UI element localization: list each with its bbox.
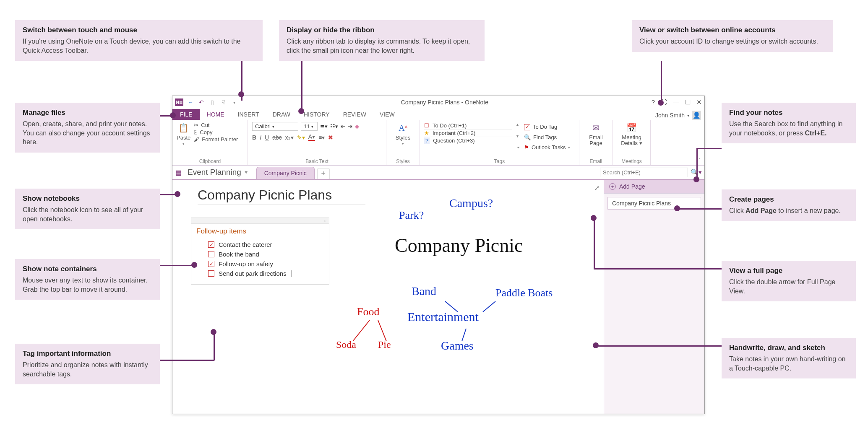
font-color-icon[interactable]: A▾ [308, 133, 315, 141]
outlook-tasks-button[interactable]: ⚑Outlook Tasks▾ [524, 143, 570, 153]
indent-icon[interactable]: ⇥ [348, 123, 352, 130]
note-container-grip[interactable]: ↔ [191, 218, 329, 224]
maximize-icon[interactable]: ☐ [685, 98, 691, 106]
bold-icon[interactable]: B [252, 134, 256, 141]
tag-gallery-item[interactable]: ?Question (Ctrl+3) [424, 137, 512, 144]
search-area: 🔍▾ [600, 166, 704, 179]
callout-ribbon-toggle: Display or hide the ribbon Click any rib… [279, 20, 485, 61]
collapse-ribbon-icon[interactable]: ˄ [694, 120, 704, 165]
bullets-icon[interactable]: ≣▾ [320, 123, 328, 130]
paste-icon: 📋 [178, 122, 190, 134]
tab-view[interactable]: VIEW [373, 109, 401, 120]
strikethrough-icon[interactable]: abc [272, 134, 282, 141]
callout-accounts: View or switch between online accounts C… [632, 20, 833, 52]
note-container[interactable]: ↔ Follow-up items ✓Contact the caterer ✓… [191, 218, 329, 285]
todo-checkbox-icon[interactable]: ✓ [208, 241, 214, 248]
item-text: Send out park directions [219, 270, 287, 277]
minimize-icon[interactable]: — [673, 98, 679, 106]
delete-icon[interactable]: ✖ [328, 134, 333, 141]
list-item[interactable]: ✓Book the band [208, 249, 324, 259]
page-list-item[interactable]: Company Picnic Plans [607, 197, 701, 210]
font-size-select[interactable]: 11▾ [301, 122, 318, 131]
text-cursor [292, 270, 292, 277]
to-do-tag-button[interactable]: ✓To Do Tag [524, 122, 570, 132]
list-item[interactable]: ✓Follow-up on safety [208, 259, 324, 269]
tab-home[interactable]: HOME [200, 109, 231, 120]
todo-checkbox-icon[interactable]: ✓ [208, 270, 214, 277]
subscript-icon[interactable]: x₂▾ [285, 134, 294, 141]
group-label: Meetings [617, 158, 646, 164]
callout-text: to insert a new page. [777, 207, 841, 214]
paste-button[interactable]: 📋 Paste ▾ [177, 122, 190, 146]
add-page-button[interactable]: + Add Page [604, 180, 704, 194]
clear-formatting-icon[interactable]: ◆ [355, 123, 359, 130]
notebook-bar: ▤ Event Planning ▼ Company Picnic + 🔍▾ [172, 166, 704, 180]
touch-mode-icon[interactable]: ☟ [219, 98, 227, 106]
align-icon[interactable]: ≡▾ [318, 134, 325, 141]
format-painter-label: Format Painter [202, 136, 238, 143]
outdent-icon[interactable]: ⇤ [341, 123, 345, 130]
page-title[interactable]: Company Picnic Plans [198, 187, 365, 205]
list-item[interactable]: ✓Send out park directions [208, 269, 324, 278]
styles-button[interactable]: Aᴬ Styles ▾ [396, 122, 410, 146]
callout-title: Switch between touch and mouse [23, 26, 255, 34]
add-section-button[interactable]: + [317, 168, 330, 179]
qat-customize-icon[interactable]: ▾ [230, 98, 238, 106]
tab-draw[interactable]: DRAW [266, 109, 297, 120]
notebook-list-icon[interactable]: ▤ [172, 166, 184, 179]
back-icon[interactable]: ← [187, 98, 194, 106]
note-canvas[interactable]: ⤢ Company Picnic Plans ↔ Follow-up items… [172, 180, 604, 414]
section-tab[interactable]: Company Picnic [256, 167, 315, 179]
copy-button[interactable]: ⎘Copy [194, 129, 238, 135]
todo-checkbox-icon[interactable]: ✓ [208, 261, 214, 267]
numbering-icon[interactable]: ☷▾ [330, 123, 338, 130]
ink-text: Paddle Boats [495, 287, 553, 299]
close-icon[interactable]: ✕ [696, 98, 702, 106]
full-page-view-icon[interactable]: ⤢ [594, 184, 600, 192]
item-text: Book the band [219, 251, 259, 258]
tag-gallery-item[interactable]: ☐To Do (Ctrl+1) [424, 122, 512, 130]
callout-body: If you're using OneNote on a Touch devic… [23, 37, 255, 55]
todo-checkbox-icon[interactable]: ✓ [208, 251, 214, 257]
callout-body: Click any ribbon tab to display its comm… [287, 37, 477, 55]
callout-note-containers: Show note containers Mouse over any text… [15, 259, 160, 300]
account-area[interactable]: John Smith ▾ 👤 [655, 111, 704, 120]
callout-title: Display or hide the ribbon [287, 26, 477, 34]
group-label: Styles [391, 158, 415, 164]
callout-body: Use the Search box to find anything in y… [729, 119, 848, 137]
tags-gallery[interactable]: ☐To Do (Ctrl+1) ★Important (Ctrl+2) ?Que… [424, 122, 512, 144]
button-label: EmailPage [589, 135, 603, 147]
undo-icon[interactable]: ↶ [198, 98, 205, 106]
callout-full-page: View a full page Click the double arrow … [722, 261, 856, 301]
ink-text: Park? [399, 209, 424, 222]
group-basic-text: Calibri▾ 11▾ ≣▾ ☷▾ ⇤ ⇥ ◆ B I U abc x₂▾ ✎… [248, 120, 386, 165]
list-item[interactable]: ✓Contact the caterer [208, 240, 324, 249]
callout-body: Click the notebook icon to see all of yo… [23, 205, 152, 223]
underline-icon[interactable]: U [265, 134, 269, 141]
tab-review[interactable]: REVIEW [336, 109, 373, 120]
font-name: Calibri [255, 123, 271, 130]
highlight-icon[interactable]: ✎▾ [297, 134, 305, 141]
dock-icon[interactable]: ▯ [209, 98, 216, 106]
tab-file[interactable]: FILE [172, 109, 200, 120]
copy-label: Copy [200, 129, 212, 135]
format-painter-button[interactable]: 🖌Format Painter [194, 136, 238, 143]
font-name-select[interactable]: Calibri▾ [252, 122, 298, 131]
todo-checkbox-icon: ✓ [524, 124, 530, 130]
callout-bold: Add Page [745, 207, 777, 214]
svg-line-1 [378, 320, 386, 341]
styles-label: Styles [396, 135, 410, 141]
notebook-selector[interactable]: Event Planning ▼ [184, 166, 252, 179]
help-icon[interactable]: ? [652, 98, 655, 106]
ribbon-tabs: FILE HOME INSERT DRAW HISTORY REVIEW VIE… [172, 109, 704, 120]
search-input[interactable] [600, 168, 688, 177]
meeting-details-button[interactable]: 📅 MeetingDetails ▾ [621, 122, 642, 147]
find-tags-button[interactable]: 🔍Find Tags [524, 132, 570, 143]
cut-button[interactable]: ✂Cut [194, 122, 238, 128]
email-page-button[interactable]: ✉ EmailPage [589, 122, 603, 147]
tag-gallery-item[interactable]: ★Important (Ctrl+2) [424, 130, 512, 137]
tab-insert[interactable]: INSERT [231, 109, 266, 120]
pages-pane: + Add Page Company Picnic Plans [604, 180, 704, 414]
italic-icon[interactable]: I [260, 134, 261, 141]
tags-gallery-scroll[interactable]: ▴▾⏷ [516, 122, 521, 150]
